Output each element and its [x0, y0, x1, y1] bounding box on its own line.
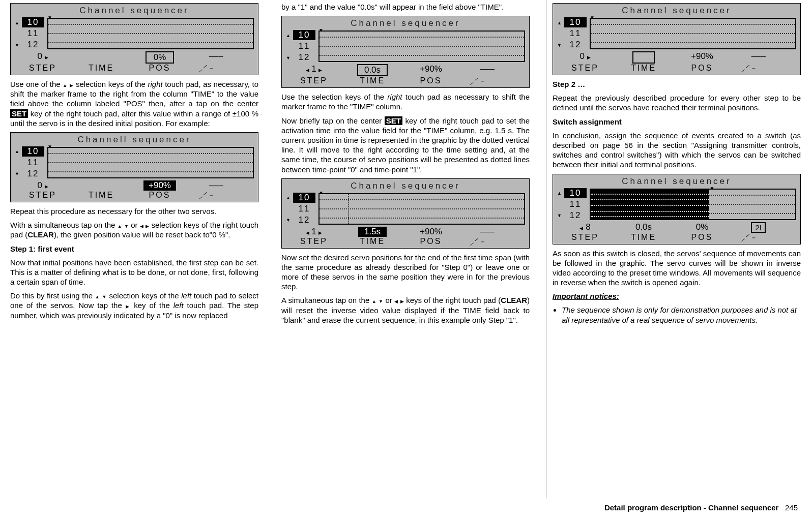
para: Now briefly tap on the center SET key of… — [281, 116, 530, 174]
pos-val: 0% — [132, 51, 188, 64]
seq-graph: ▼ — [47, 17, 254, 50]
para: by a "1" and the value "0.0s" will appea… — [281, 2, 530, 12]
seq-title: Channel sequencer — [15, 6, 254, 16]
switch-icon: ⸝⸍╶ — [470, 77, 483, 85]
para: Repeat this procedure as necessary for t… — [10, 206, 258, 216]
set-key: SET — [385, 116, 402, 125]
switch-icon: ⸝⸍╶ — [741, 233, 755, 241]
heading-step2: Step 2 … — [553, 79, 801, 89]
sequencer-panel-3: Channel sequencer 10 11 12 ▼ 1 0.0s +90%… — [281, 16, 530, 88]
sequencer-panel-2: Channell sequencer 10 11 12 ▼ 0 +90% ––– — [10, 132, 258, 202]
para: Use the selection keys of the right touc… — [281, 92, 530, 111]
sequencer-panel-1: Channel sequencer 10 11 12 ▼ 0 0% ––– — [10, 3, 258, 75]
time-val — [71, 51, 132, 64]
footer-label: Detail program description - Channel seq… — [604, 503, 779, 512]
heading-switch: Switch assignment — [553, 117, 801, 127]
sequencer-panel-6: Channel sequencer 10 11 12 ▼ — [553, 174, 801, 244]
para: As soon as this switch is closed, the se… — [553, 249, 801, 288]
sequencer-panel-5: Channel sequencer 10 11 12 ▼ 0 +90% ––– — [553, 3, 801, 75]
para: Repeat the previously described procedur… — [553, 93, 801, 112]
switch-icon: ⸝⸍╶ — [199, 64, 212, 72]
para: Now that initial positions have been est… — [10, 258, 258, 287]
switch-number: 2I — [751, 222, 766, 233]
para: A simultaneous tap on the or keys of the… — [281, 295, 530, 325]
para: Now set the desired servo positions for … — [281, 253, 530, 292]
switch-icon: ⸝⸍╶ — [199, 191, 212, 199]
para: With a simultaneous tap on the or select… — [10, 220, 258, 239]
step-val: 0 — [15, 51, 71, 64]
heading-step1: Step 1: first event — [10, 244, 258, 254]
set-key: SET — [10, 109, 28, 118]
seq-title: Channell sequencer — [15, 135, 254, 145]
heading-notices: Important notices: — [553, 291, 801, 301]
notice-list: The sequence shown is only for demonstra… — [553, 305, 801, 324]
para: In conclusion, assign the sequence of ev… — [553, 131, 801, 170]
channel-list: 10 11 12 — [15, 17, 44, 50]
list-item: The sequence shown is only for demonstra… — [562, 305, 801, 324]
para: Do this by first using the selection key… — [10, 291, 258, 320]
sequencer-panel-4: Channel sequencer 10 11 12 ▼ 1 1.5s +90% — [281, 178, 530, 249]
page-number: 245 — [785, 503, 798, 512]
para: Use one of the selection keys of the rig… — [10, 79, 258, 128]
switch-icon: ⸝⸍╶ — [470, 237, 483, 246]
switch-icon: ⸝⸍╶ — [741, 64, 755, 72]
page-footer: Detail program description - Channel seq… — [0, 498, 812, 515]
